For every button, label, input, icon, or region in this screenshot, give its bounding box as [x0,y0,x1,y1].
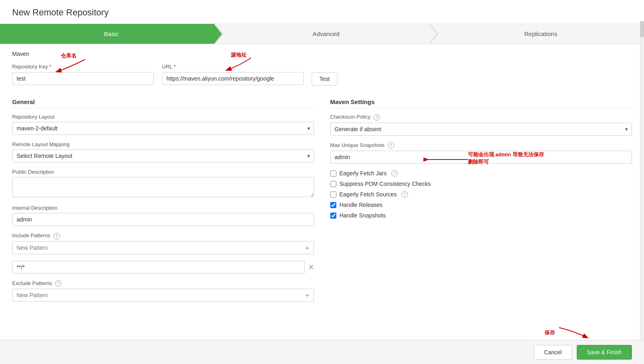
general-section: General Repository Layout maven-2-defaul… [12,98,314,308]
general-title: General [12,98,314,108]
checksum-policy-select-wrapper: Generate if absent [330,123,632,136]
remote-layout-group: Remote Layout Mapping Select Remote Layo… [12,141,314,162]
include-pattern-add-button[interactable]: ＋ [304,244,311,251]
two-col-layout: General Repository Layout maven-2-defaul… [12,98,632,308]
public-desc-group: Public Description [12,169,314,198]
content-area: Maven Repository Key * URL * Test 仓库名 源地… [0,44,644,343]
max-snapshots-label: Max Unique Snapshots ? [330,142,632,149]
repo-type-label: Maven [12,51,632,57]
eagerly-jars-help-icon[interactable]: ? [391,170,398,177]
wizard-step-advanced[interactable]: Advanced [215,24,429,44]
handle-releases-checkbox[interactable] [330,202,336,208]
handle-releases-label: Handle Releases [340,202,383,208]
handle-snapshots-label: Handle Snapshots [340,212,386,219]
suppress-pom-checkbox[interactable] [330,181,336,187]
internal-desc-group: Internal Description [12,205,314,226]
test-button[interactable]: Test [312,72,338,85]
repo-layout-group: Repository Layout maven-2-default [12,114,314,135]
eagerly-fetch-jars-label: Eagerly Fetch Jars [340,170,387,177]
include-pattern-input-wrapper: ＋ [12,241,314,254]
maven-settings-title: Maven Settings [330,98,632,108]
remote-layout-select-wrapper: Select Remote Layout [12,149,314,162]
checkbox-handle-releases: Handle Releases [330,202,632,208]
repository-key-group: Repository Key * [12,64,154,85]
exclude-pattern-add-button[interactable]: ＋ [304,292,311,299]
handle-snapshots-checkbox[interactable] [330,213,336,219]
repository-key-input[interactable] [12,72,154,85]
include-patterns-help-icon[interactable]: ? [53,233,60,239]
checkbox-eagerly-sources: Eagerly Fetch Sources ? [330,191,632,198]
repo-layout-label: Repository Layout [12,114,314,120]
max-snapshots-input[interactable] [330,151,632,164]
wizard-step-replications[interactable]: Replications [429,24,644,44]
wizard-step-basic[interactable]: Basic [0,24,215,44]
public-desc-input[interactable] [12,177,314,197]
url-group: URL * [162,64,304,85]
include-pattern-input[interactable] [12,241,314,254]
include-pattern-remove-button[interactable]: ✕ [308,264,314,271]
url-input[interactable] [162,72,304,85]
url-label: URL * [162,64,304,70]
max-snapshots-group: Max Unique Snapshots ? 可能会出现 admin 导致无法保… [330,142,632,164]
exclude-patterns-label: Exclude Patterns ? [12,280,314,287]
maven-checkboxes: Eagerly Fetch Jars ? Suppress POM Consis… [330,170,632,219]
checkbox-suppress-pom: Suppress POM Consistency Checks [330,181,632,187]
eagerly-sources-help-icon[interactable]: ? [402,191,408,198]
checkbox-eagerly-jars: Eagerly Fetch Jars ? [330,170,632,177]
footer: 保存 Cancel Save & Finish [0,340,644,364]
eagerly-fetch-jars-checkbox[interactable] [330,170,336,177]
eagerly-fetch-sources-label: Eagerly Fetch Sources [340,191,397,198]
repository-key-label: Repository Key * [12,64,154,70]
include-patterns-group: Include Patterns ? ＋ [12,232,314,254]
public-desc-label: Public Description [12,169,314,175]
save-finish-button[interactable]: Save & Finish [577,345,632,360]
include-pattern-item-input[interactable] [12,261,305,274]
remote-layout-select[interactable]: Select Remote Layout [12,149,314,162]
checksum-policy-label: Checksum Policy ? [330,114,632,121]
checksum-policy-group: Checksum Policy ? Generate if absent [330,114,632,136]
wizard-steps: Basic Advanced Replications [0,24,644,44]
exclude-patterns-help-icon[interactable]: ? [55,280,62,287]
exclude-pattern-input[interactable] [12,289,314,302]
maven-settings-section: Maven Settings Checksum Policy ? Generat… [330,98,632,308]
eagerly-fetch-sources-checkbox[interactable] [330,192,336,198]
checksum-policy-select[interactable]: Generate if absent [330,123,632,136]
repo-layout-select-wrapper: maven-2-default [12,122,314,135]
repo-layout-select[interactable]: maven-2-default [12,122,314,135]
remote-layout-label: Remote Layout Mapping [12,141,314,147]
internal-desc-label: Internal Description [12,205,314,211]
exclude-pattern-input-wrapper: ＋ [12,289,314,302]
include-pattern-item: ✕ [12,261,314,274]
scrollbar-thumb[interactable] [640,21,644,37]
exclude-patterns-group: Exclude Patterns ? ＋ [12,280,314,302]
max-snapshots-help-icon[interactable]: ? [388,142,394,149]
include-patterns-label: Include Patterns ? [12,232,314,239]
checkbox-handle-snapshots: Handle Snapshots [330,212,632,219]
suppress-pom-label: Suppress POM Consistency Checks [340,181,431,187]
repo-key-url-row: Repository Key * URL * Test [12,64,632,85]
checksum-help-icon[interactable]: ? [374,114,380,121]
scrollbar-track [640,21,644,340]
cancel-button[interactable]: Cancel [534,345,572,360]
page-title: New Remote Repository [0,0,644,24]
internal-desc-input[interactable] [12,213,314,226]
